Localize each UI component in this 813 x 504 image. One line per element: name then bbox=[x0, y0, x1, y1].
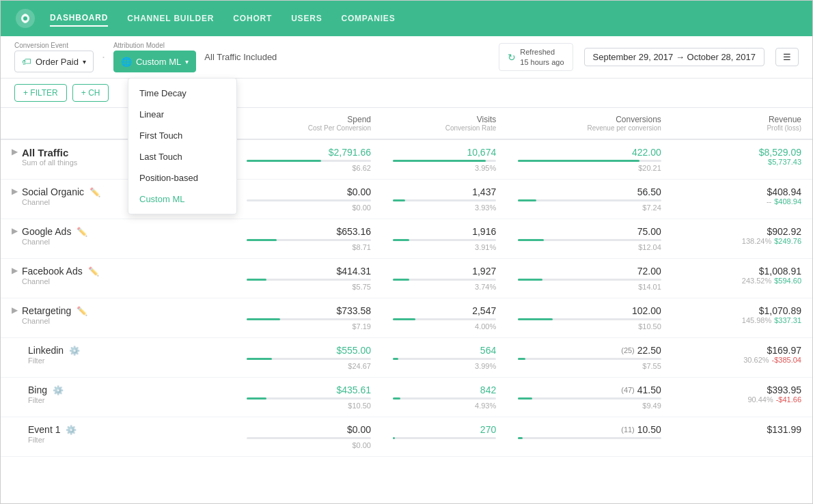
refresh-icon: ↻ bbox=[508, 52, 516, 63]
attribution-option-last-touch[interactable]: Last Touch bbox=[128, 146, 236, 167]
conversions-sub-value: $7.24 bbox=[518, 204, 661, 212]
conversion-badge: (47) bbox=[621, 386, 635, 394]
edit-channel-icon[interactable]: ✏️ bbox=[77, 227, 87, 237]
expand-row-icon[interactable]: ▶ bbox=[12, 266, 18, 275]
gear-channel-icon[interactable]: ⚙️ bbox=[53, 385, 64, 395]
revenue-sub-row: 138.24% $249.76 bbox=[683, 237, 801, 245]
channel-name: All Traffic bbox=[22, 147, 77, 158]
attribution-option-position-based[interactable]: Position-based bbox=[128, 167, 236, 188]
conversion-event-dropdown[interactable]: 🏷 Order Paid ▾ bbox=[14, 51, 94, 72]
spend-column-header: Spend Cost Per Conversion bbox=[236, 108, 382, 139]
add-filter-button[interactable]: + FILTER bbox=[14, 84, 67, 102]
visits-bar bbox=[393, 437, 496, 439]
spend-sub-value: $10.50 bbox=[247, 402, 371, 410]
channel-name: Google Ads ✏️ bbox=[22, 226, 87, 237]
conversions-value-row: 422.00 bbox=[518, 147, 661, 158]
revenue-value: $8,529.09 bbox=[683, 147, 801, 158]
conversions-value-row: 56.50 bbox=[518, 186, 661, 197]
attribution-option-linear[interactable]: Linear bbox=[128, 104, 236, 125]
nav-users[interactable]: USERS bbox=[291, 11, 322, 26]
spend-value: $0.00 bbox=[247, 186, 371, 197]
nav-dashboard[interactable]: DASHBOARD bbox=[50, 10, 108, 27]
expand-row-icon[interactable]: ▶ bbox=[12, 226, 18, 236]
conversions-cell: (47) 41.50 $9.49 bbox=[507, 378, 672, 417]
gear-channel-icon[interactable]: ⚙️ bbox=[66, 425, 77, 435]
conversions-cell: 422.00 $20.21 bbox=[507, 139, 672, 180]
channel-name: Event 1 ⚙️ bbox=[28, 424, 77, 435]
spend-bar bbox=[247, 318, 371, 320]
revenue-sub-row: 30.62% -$385.04 bbox=[683, 356, 801, 364]
edit-channel-icon[interactable]: ✏️ bbox=[77, 306, 87, 316]
revenue-value: $902.92 bbox=[683, 226, 801, 237]
edit-channel-icon[interactable]: ✏️ bbox=[88, 266, 99, 277]
nav-channel-builder[interactable]: CHANNEL BUILDER bbox=[127, 11, 214, 26]
spend-sub-value: $5.75 bbox=[247, 283, 371, 291]
revenue-profit-loss: $594.60 bbox=[774, 277, 801, 285]
conversions-bar bbox=[518, 279, 661, 281]
expand-row-icon[interactable]: ▶ bbox=[12, 147, 18, 156]
conversions-value-row: 102.00 bbox=[518, 305, 661, 316]
channel-type: Channel bbox=[22, 317, 87, 325]
spend-sub-value: $0.00 bbox=[247, 441, 371, 449]
revenue-sub-row: 243.52% $594.60 bbox=[683, 277, 801, 285]
spend-value: $414.31 bbox=[247, 266, 371, 277]
conversion-event-label: Conversion Event bbox=[14, 42, 94, 49]
channel-type: Channel bbox=[22, 277, 99, 285]
conversion-badge: (25) bbox=[621, 346, 635, 354]
visits-sub-value: 3.91% bbox=[393, 243, 496, 251]
spend-bar bbox=[247, 239, 371, 241]
channel-type: Sum of all things bbox=[22, 158, 77, 167]
data-table-container: Spend Cost Per Conversion Visits Convers… bbox=[1, 108, 812, 503]
nav-cohort[interactable]: COHORT bbox=[233, 11, 272, 26]
conversions-sub-value: $20.21 bbox=[518, 164, 661, 172]
revenue-profit-loss: $337.31 bbox=[774, 316, 801, 324]
visits-sub-value: 4.93% bbox=[393, 402, 496, 410]
spend-cell: $653.16 $8.71 bbox=[236, 219, 382, 259]
conversions-bar bbox=[518, 437, 661, 439]
attribution-model-value: Custom ML bbox=[136, 57, 181, 67]
conversions-value-row: (25) 22.50 bbox=[518, 345, 661, 356]
spend-value: $435.61 bbox=[247, 384, 371, 395]
spend-cell: $414.31 $5.75 bbox=[236, 259, 382, 298]
spend-value: $653.16 bbox=[247, 226, 371, 237]
channel-name: Social Organic ✏️ bbox=[22, 186, 100, 197]
add-channel-button[interactable]: + CH bbox=[72, 84, 109, 102]
attribution-option-first-touch[interactable]: First Touch bbox=[128, 125, 236, 146]
conversions-bar bbox=[518, 160, 661, 162]
table-row: ▶ Facebook Ads ✏️ Channel $414.31 $5.75 … bbox=[1, 259, 812, 298]
revenue-value: $393.95 bbox=[683, 384, 801, 395]
visits-bar bbox=[393, 160, 496, 162]
toolbar: Conversion Event 🏷 Order Paid ▾ · Attrib… bbox=[1, 36, 812, 79]
nav-companies[interactable]: COMPANIES bbox=[341, 11, 395, 26]
tag-icon: 🏷 bbox=[22, 56, 31, 67]
app-container: DASHBOARD CHANNEL BUILDER COHORT USERS C… bbox=[0, 0, 813, 504]
revenue-profit-loss: $408.94 bbox=[774, 197, 801, 206]
revenue-value: $1,008.91 bbox=[683, 266, 801, 277]
visits-cell: 2,547 4.00% bbox=[382, 298, 507, 338]
attribution-option-custom-ml[interactable]: Custom ML bbox=[128, 188, 236, 210]
refresh-button[interactable]: ↻ Refreshed 15 hours ago bbox=[499, 43, 573, 71]
conversions-value: 22.50 bbox=[637, 345, 661, 356]
expand-row-icon[interactable]: ▶ bbox=[12, 305, 18, 315]
table-row: Linkedin ⚙️ Filter $555.00 $24.67 564 3.… bbox=[1, 338, 812, 378]
revenue-sub-row: -- $408.94 bbox=[683, 197, 801, 206]
attribution-model-dropdown[interactable]: 🌐 Custom ML ▾ bbox=[113, 51, 196, 72]
attribution-dropdown-menu: Time Decay Linear First Touch Last Touch… bbox=[128, 78, 237, 214]
attribution-option-time-decay[interactable]: Time Decay bbox=[128, 83, 236, 104]
spend-cell: $2,791.66 $6.62 bbox=[236, 139, 382, 180]
conversions-cell: 72.00 $14.01 bbox=[507, 259, 672, 298]
conversion-caret-icon: ▾ bbox=[83, 58, 86, 66]
columns-filter-button[interactable]: ☰ bbox=[775, 48, 799, 66]
expand-row-icon[interactable]: ▶ bbox=[12, 186, 18, 196]
edit-channel-icon[interactable]: ✏️ bbox=[89, 187, 100, 197]
date-range-picker[interactable]: September 29, 2017 → October 28, 2017 bbox=[584, 48, 765, 66]
table-row: ▶ Social Organic ✏️ Channel $0.00 $0.00 … bbox=[1, 180, 812, 219]
spend-bar bbox=[247, 358, 371, 360]
channel-cell: ▶ Facebook Ads ✏️ Channel bbox=[1, 259, 236, 298]
revenue-column-header: Revenue Profit (loss) bbox=[672, 108, 812, 139]
conversions-value-row: 72.00 bbox=[518, 266, 661, 277]
conversions-column-header: Conversions Revenue per conversion bbox=[507, 108, 672, 139]
channel-name: Bing ⚙️ bbox=[28, 384, 64, 395]
gear-channel-icon[interactable]: ⚙️ bbox=[69, 346, 80, 356]
conversions-cell: (25) 22.50 $7.55 bbox=[507, 338, 672, 378]
